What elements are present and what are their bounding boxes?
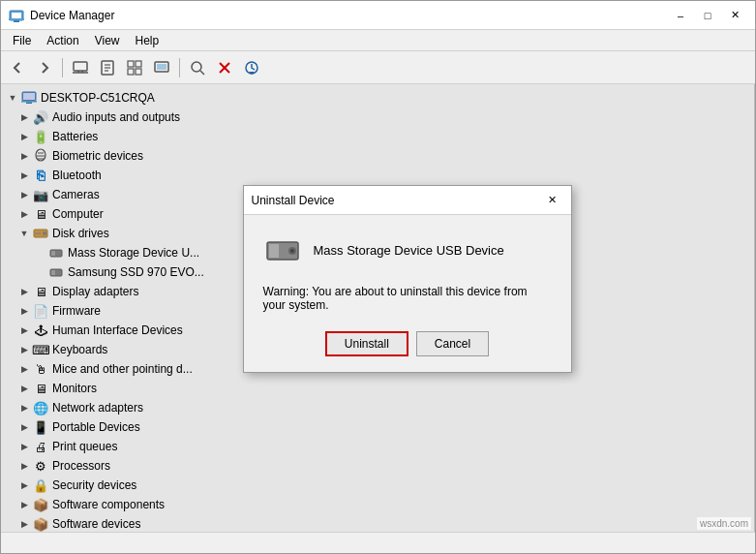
dialog-device-row: Mass Storage Device USB Device bbox=[263, 231, 552, 269]
forward-button[interactable] bbox=[32, 55, 57, 80]
dialog-body: Mass Storage Device USB Device Warning: … bbox=[244, 215, 571, 372]
back-button[interactable] bbox=[5, 55, 30, 80]
window-title: Device Manager bbox=[30, 9, 668, 22]
svg-rect-2 bbox=[9, 18, 24, 20]
menu-file[interactable]: File bbox=[5, 32, 39, 49]
uninstall-dialog: Uninstall Device ✕ bbox=[243, 185, 572, 373]
computer-button[interactable] bbox=[68, 55, 93, 80]
toolbar-sep-1 bbox=[62, 58, 63, 77]
dialog-device-name: Mass Storage Device USB Device bbox=[314, 243, 504, 258]
svg-rect-14 bbox=[128, 69, 134, 75]
svg-rect-4 bbox=[74, 62, 87, 71]
toolbar-sep-2 bbox=[179, 58, 180, 77]
svg-rect-13 bbox=[136, 61, 141, 67]
maximize-button[interactable]: □ bbox=[695, 5, 720, 26]
dialog-warning: Warning: You are about to uninstall this… bbox=[263, 285, 552, 312]
title-bar: Device Manager – □ ✕ bbox=[1, 1, 755, 30]
menu-view[interactable]: View bbox=[87, 32, 128, 49]
svg-line-19 bbox=[200, 71, 204, 75]
menu-bar: File Action View Help bbox=[1, 30, 755, 51]
svg-rect-41 bbox=[269, 244, 279, 258]
watermark: wsxdn.com bbox=[697, 517, 751, 530]
content-area: ▼ DESKTOP-C51CRQA ▶ 🔊 Audio inputs and o… bbox=[1, 84, 755, 532]
toolbar bbox=[1, 51, 755, 84]
dialog-title: Uninstall Device bbox=[252, 194, 542, 207]
dialog-overlay: Uninstall Device ✕ bbox=[1, 84, 755, 532]
properties-button[interactable] bbox=[95, 55, 120, 80]
dialog-close-button[interactable]: ✕ bbox=[542, 191, 563, 210]
menu-action[interactable]: Action bbox=[39, 32, 86, 49]
svg-rect-15 bbox=[136, 69, 141, 75]
update-button[interactable] bbox=[239, 55, 264, 80]
uninstall-button[interactable]: Uninstall bbox=[325, 331, 408, 356]
svg-rect-1 bbox=[12, 13, 21, 18]
svg-point-43 bbox=[290, 249, 294, 253]
dialog-buttons: Uninstall Cancel bbox=[263, 331, 552, 356]
dialog-device-icon bbox=[263, 231, 302, 269]
display-button[interactable] bbox=[149, 55, 174, 80]
svg-rect-17 bbox=[157, 64, 166, 70]
cancel-button[interactable]: Cancel bbox=[416, 331, 489, 356]
remove-button[interactable] bbox=[212, 55, 237, 80]
device-manager-window: Device Manager – □ ✕ File Action View He… bbox=[0, 0, 756, 554]
status-bar bbox=[1, 532, 755, 553]
scan-button[interactable] bbox=[185, 55, 210, 80]
window-controls: – □ ✕ bbox=[668, 5, 747, 26]
svg-rect-3 bbox=[14, 20, 19, 22]
window-icon bbox=[9, 8, 24, 23]
close-button[interactable]: ✕ bbox=[722, 5, 747, 26]
dialog-title-bar: Uninstall Device ✕ bbox=[244, 186, 571, 215]
device-manager-button[interactable] bbox=[122, 55, 147, 80]
minimize-button[interactable]: – bbox=[668, 5, 693, 26]
svg-point-18 bbox=[192, 62, 201, 72]
menu-help[interactable]: Help bbox=[128, 32, 167, 49]
svg-rect-12 bbox=[128, 61, 134, 67]
